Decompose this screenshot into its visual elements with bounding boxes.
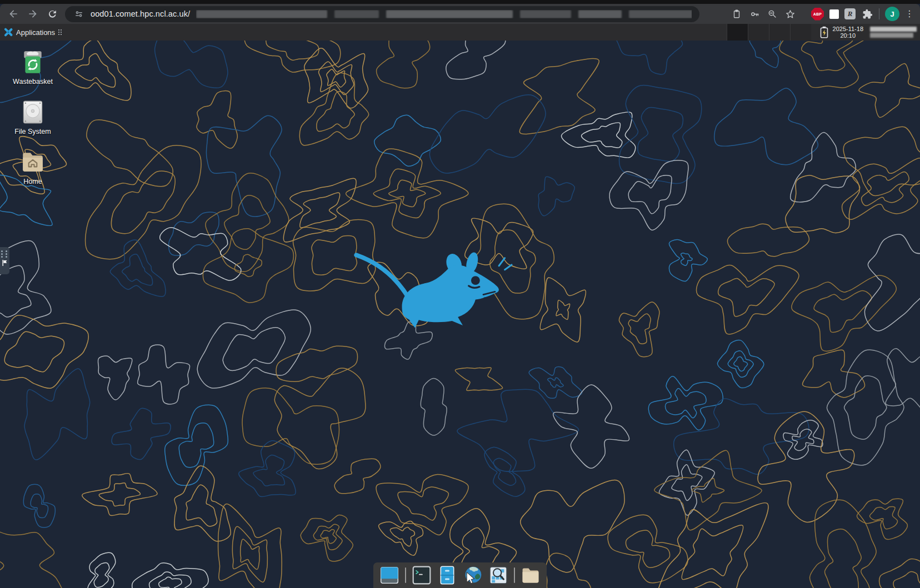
dock-separator (405, 567, 406, 583)
xfce-top-panel: Applications 2025-11-18 20:10 (0, 24, 920, 41)
workspace-cell-2[interactable] (748, 24, 769, 41)
toolbar-right-icons: ABP R J ⋮ (731, 7, 920, 21)
workspace-cell-1[interactable] (727, 24, 748, 41)
applications-menu-button[interactable]: Applications (0, 24, 66, 41)
home-folder-icon (20, 149, 46, 175)
zoom-icon[interactable] (766, 8, 778, 20)
wastebasket-icon (20, 49, 46, 75)
profile-avatar[interactable]: J (885, 7, 899, 21)
desktop-icon-file-system[interactable]: File System (6, 99, 60, 135)
panel-right: 2025-11-18 20:10 (727, 24, 920, 41)
browser-toolbar: ood01.comet.hpc.ncl.ac.uk/ (0, 4, 920, 24)
drag-grip-icon (1, 250, 8, 258)
xfce-mouse-logo (353, 248, 516, 334)
browser-nav-buttons (0, 8, 65, 20)
extensions-puzzle-icon[interactable] (861, 8, 873, 20)
menu-grip-icon (58, 29, 63, 36)
adblock-extension-icon[interactable]: ABP (811, 8, 824, 21)
web-browser-icon[interactable] (463, 565, 483, 585)
file-folder-icon[interactable] (521, 565, 541, 585)
terminal-icon[interactable] (412, 565, 432, 585)
back-icon[interactable] (7, 8, 19, 20)
url-path-redacted (196, 10, 692, 18)
show-desktop-icon[interactable] (379, 565, 399, 585)
bookmark-star-icon[interactable] (784, 8, 796, 20)
desktop[interactable]: Wastebasket File System (0, 41, 920, 588)
panel-clock[interactable]: 2025-11-18 20:10 (833, 26, 863, 39)
file-manager-icon[interactable] (437, 565, 457, 585)
vnc-toolbar-handle[interactable] (0, 247, 9, 274)
site-info-icon[interactable] (73, 8, 85, 20)
desktop-icon-label: Home (23, 178, 42, 185)
url-text[interactable]: ood01.comet.hpc.ncl.ac.uk/ (91, 9, 190, 18)
hard-drive-icon (20, 99, 46, 125)
extension-icon-gray[interactable]: R (844, 8, 856, 19)
desktop-icon-label: File System (14, 128, 51, 135)
applications-menu-label: Applications (16, 28, 55, 37)
panel-date: 2025-11-18 (833, 26, 863, 33)
toolbar-separator (879, 8, 879, 19)
desktop-icon-home[interactable]: Home (6, 149, 60, 185)
desktop-icon-wastebasket[interactable]: Wastebasket (6, 49, 60, 86)
battery-icon[interactable] (820, 26, 828, 38)
browser-tabstrip (0, 0, 920, 4)
workspace-cell-4[interactable] (790, 24, 811, 41)
password-key-icon[interactable] (748, 8, 761, 20)
dock-separator (514, 567, 515, 583)
refresh-icon[interactable] (46, 8, 58, 20)
clipboard-icon[interactable] (731, 8, 743, 20)
remote-desktop-screen: ood01.comet.hpc.ncl.ac.uk/ (0, 0, 920, 588)
application-finder-icon[interactable] (488, 565, 508, 585)
forward-icon[interactable] (27, 8, 39, 20)
workspace-cell-3[interactable] (769, 24, 790, 41)
browser-menu-icon[interactable]: ⋮ (905, 9, 914, 18)
desktop-icon-label: Wastebasket (13, 78, 53, 86)
url-bar[interactable]: ood01.comet.hpc.ncl.ac.uk/ (65, 6, 699, 22)
flag-icon (2, 260, 7, 266)
dock (373, 562, 547, 588)
panel-time: 20:10 (833, 32, 863, 39)
extension-icon-white[interactable] (829, 9, 839, 19)
username-redacted (870, 27, 917, 38)
xfce-logo-icon (4, 28, 13, 37)
workspace-switcher[interactable] (727, 24, 811, 41)
